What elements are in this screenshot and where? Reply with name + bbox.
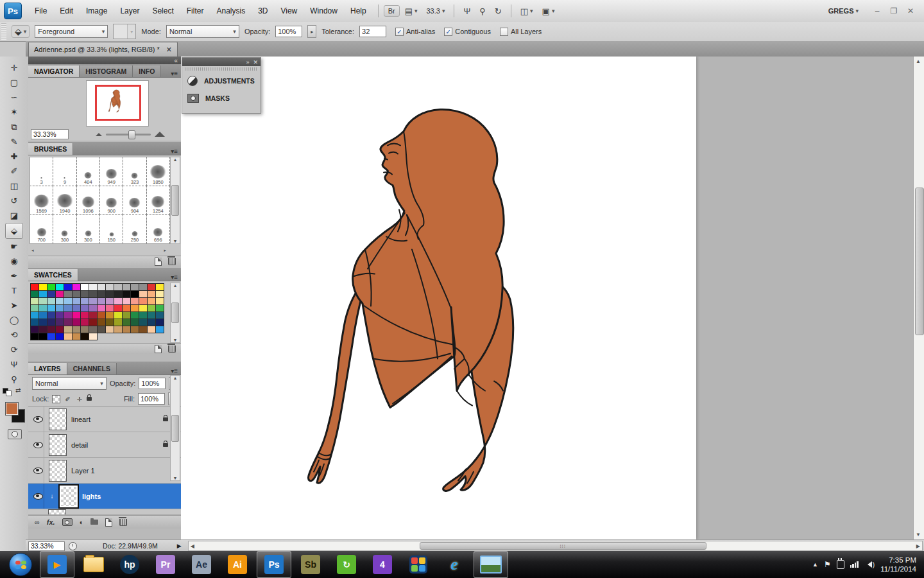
- tool-path-selection[interactable]: ➤: [6, 298, 22, 313]
- opacity-input[interactable]: 100%: [275, 26, 302, 37]
- layer-row-layer-1[interactable]: Layer 1: [28, 458, 181, 484]
- brushes-vertical-scrollbar[interactable]: ▲▼: [170, 157, 180, 244]
- delete-swatch-icon[interactable]: [168, 346, 176, 353]
- tool-3d-orbit[interactable]: ⟳: [6, 342, 22, 357]
- blend-mode-dropdown[interactable]: Normal▾: [32, 377, 107, 390]
- brush-preset[interactable]: 3: [30, 157, 53, 186]
- button-adjustments[interactable]: ADJUSTMENTS: [182, 72, 261, 90]
- swatch[interactable]: [122, 326, 131, 333]
- checkbox-box[interactable]: [500, 28, 508, 36]
- foreground-color-chip[interactable]: [5, 402, 19, 416]
- mode-dropdown[interactable]: Normal▾: [166, 25, 239, 38]
- brush-preset[interactable]: 1569: [30, 186, 53, 215]
- fill-input[interactable]: 100%: [138, 393, 165, 405]
- network-signal-icon[interactable]: [850, 561, 859, 568]
- brush-preset[interactable]: 250: [123, 215, 146, 244]
- tool-crop[interactable]: ⧉: [6, 119, 22, 134]
- layer-name[interactable]: Layer 1: [71, 467, 95, 475]
- tool-lasso[interactable]: ∽: [6, 90, 22, 105]
- status-zoom-input[interactable]: 33.33%: [28, 541, 65, 551]
- layers-vertical-scrollbar[interactable]: ▲▼: [170, 375, 180, 481]
- tool-paint-bucket[interactable]: ⬙: [5, 223, 23, 239]
- slider-knob[interactable]: [128, 130, 135, 139]
- arrange-documents-button[interactable]: ◫▾: [517, 5, 537, 17]
- layer-style-icon[interactable]: fx.: [47, 518, 55, 526]
- brush-preset[interactable]: 904: [123, 186, 146, 215]
- taskbar-photoshop[interactable]: Ps: [257, 551, 291, 578]
- layer-thumbnail[interactable]: [60, 486, 78, 507]
- quick-mask-button[interactable]: [8, 429, 22, 439]
- panel-menu-icon[interactable]: ▾≡: [171, 367, 181, 374]
- active-tool-preset[interactable]: ⬙▾: [12, 25, 30, 38]
- swatch[interactable]: [97, 326, 106, 333]
- visibility-toggle[interactable]: [32, 407, 44, 432]
- brush-preset[interactable]: 1096: [76, 186, 100, 215]
- minimize-button[interactable]: –: [869, 5, 886, 17]
- screen-mode-button[interactable]: ▣▾: [538, 5, 559, 17]
- menu-edit[interactable]: Edit: [53, 4, 80, 18]
- add-mask-icon[interactable]: [62, 518, 73, 526]
- checkbox-box[interactable]: ✓: [395, 28, 404, 36]
- layers-opacity-input[interactable]: 100%: [139, 378, 166, 389]
- horizontal-scroll-thumb[interactable]: ⁞⁞⁞: [420, 542, 706, 550]
- swatches-vertical-scrollbar[interactable]: ▲▼: [170, 283, 180, 343]
- menu-window[interactable]: Window: [304, 4, 344, 18]
- menu-file[interactable]: File: [28, 4, 53, 18]
- tool-zoom[interactable]: ⚲: [6, 372, 22, 387]
- menu-layer[interactable]: Layer: [114, 4, 146, 18]
- swatch[interactable]: [114, 326, 123, 333]
- tool-dodge[interactable]: ◉: [6, 254, 22, 268]
- vertical-scroll-thumb[interactable]: [915, 188, 924, 335]
- menu-3d[interactable]: 3D: [252, 4, 274, 18]
- tool-3d-rotate[interactable]: ⟲: [6, 328, 22, 342]
- zoom-tool-button[interactable]: ⚲: [475, 5, 490, 17]
- tab-navigator[interactable]: NAVIGATOR: [28, 66, 80, 77]
- tool-healing-brush[interactable]: ✚: [6, 149, 22, 164]
- clock[interactable]: 7:35 PM 11/11/2014: [880, 556, 916, 574]
- tool-type[interactable]: T: [6, 283, 22, 298]
- brush-preset[interactable]: 404: [76, 157, 100, 186]
- close-button[interactable]: ✕: [902, 5, 919, 17]
- tab-info[interactable]: INFO: [133, 66, 161, 77]
- panel-menu-icon[interactable]: ▾≡: [171, 70, 181, 77]
- swatch[interactable]: [130, 326, 139, 333]
- visibility-toggle[interactable]: [32, 458, 44, 483]
- collapse-dock-icon[interactable]: «: [174, 57, 178, 64]
- new-brush-icon[interactable]: [155, 258, 162, 266]
- zoom-in-icon[interactable]: [155, 132, 165, 137]
- taskbar-soundbooth[interactable]: Sb: [294, 552, 327, 577]
- tool-eraser[interactable]: ◪: [6, 208, 22, 223]
- rotate-view-button[interactable]: ↻: [491, 5, 506, 17]
- taskbar-after-effects[interactable]: Ae: [185, 552, 218, 577]
- bridge-button[interactable]: Br: [384, 5, 400, 17]
- visibility-toggle[interactable]: [32, 484, 44, 509]
- canvas[interactable]: [181, 57, 696, 539]
- status-flyout-icon[interactable]: ▶: [177, 543, 182, 549]
- swatch[interactable]: [72, 333, 81, 340]
- canvas-vertical-scrollbar[interactable]: ▲ ▼: [913, 57, 924, 539]
- default-colors-button[interactable]: [3, 388, 12, 396]
- tab-layers[interactable]: LAYERS: [28, 363, 67, 374]
- drag-texture[interactable]: [185, 67, 258, 71]
- delete-layer-icon[interactable]: [119, 519, 127, 526]
- tray-expand-icon[interactable]: ▲: [812, 561, 818, 568]
- brushes-horizontal-scrollbar[interactable]: ◂▸: [30, 247, 168, 254]
- taskbar-hp[interactable]: hp: [113, 552, 146, 577]
- layer-name[interactable]: detail: [71, 441, 88, 449]
- brush-preset[interactable]: 1940: [53, 186, 76, 215]
- tab-histogram[interactable]: HISTOGRAM: [80, 66, 133, 77]
- swatch[interactable]: [105, 326, 114, 333]
- zoom-out-icon[interactable]: [96, 133, 102, 136]
- tab-brushes[interactable]: BRUSHES: [28, 143, 73, 155]
- taskbar-image-viewer[interactable]: [474, 551, 508, 578]
- taskbar-internet-explorer[interactable]: e: [438, 552, 471, 577]
- workspace-switcher[interactable]: GREGS▾: [825, 6, 862, 16]
- layer-name[interactable]: lineart: [71, 416, 90, 423]
- taskbar-cube-app[interactable]: [402, 552, 435, 577]
- layer-thumbnail[interactable]: [49, 408, 67, 430]
- brush-preset[interactable]: 500: [30, 243, 53, 244]
- tool-history-brush[interactable]: ↺: [6, 193, 22, 208]
- taskbar-premiere[interactable]: Pr: [149, 552, 182, 577]
- new-layer-icon[interactable]: [105, 518, 112, 527]
- swatch[interactable]: [155, 326, 164, 333]
